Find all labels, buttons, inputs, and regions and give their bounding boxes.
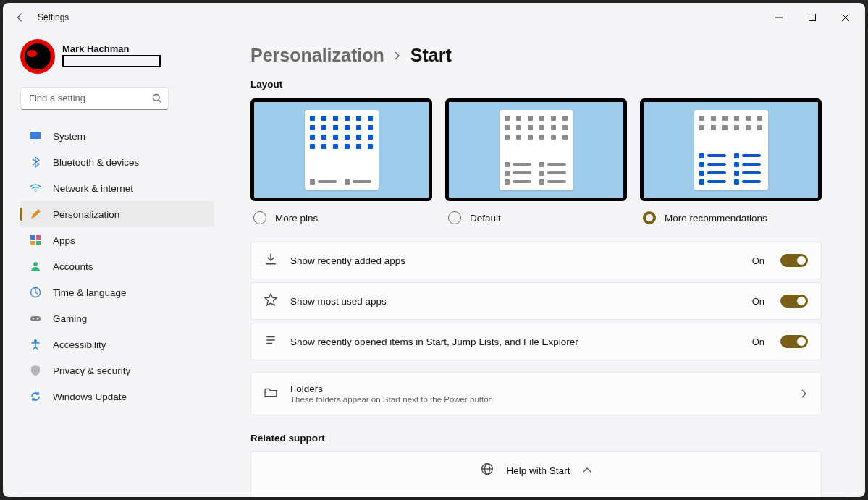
download-icon xyxy=(264,253,277,268)
setting-recently-added: Show recently added apps On xyxy=(250,242,822,279)
minimize-button[interactable] xyxy=(762,3,796,32)
sidebar-item-privacy[interactable]: Privacy & security xyxy=(20,357,214,384)
layout-preview xyxy=(445,98,627,201)
sidebar-item-label: Privacy & security xyxy=(53,365,130,376)
accessibility-icon xyxy=(29,338,42,351)
toggle-state: On xyxy=(752,255,764,266)
layout-options: More pins xyxy=(250,98,822,224)
layout-preview xyxy=(250,98,432,201)
close-button[interactable] xyxy=(829,3,862,32)
help-header[interactable]: Help with Start xyxy=(468,452,605,489)
sidebar-item-time[interactable]: Time & language xyxy=(20,279,214,305)
folders-subtext: These folders appear on Start next to th… xyxy=(290,395,786,404)
setting-recent-items: Show recently opened items in Start, Jum… xyxy=(250,323,822,360)
setting-label: Show recently added apps xyxy=(290,255,739,266)
breadcrumb: Personalization Start xyxy=(250,45,822,66)
radio-icon xyxy=(643,211,656,224)
svg-rect-13 xyxy=(30,316,41,321)
radio-more-recommendations[interactable]: More recommendations xyxy=(640,211,822,224)
layout-preview xyxy=(640,98,822,201)
related-support-label: Related support xyxy=(250,433,822,444)
apps-icon xyxy=(29,234,42,247)
svg-rect-1 xyxy=(809,14,816,21)
settings-list: Show recently added apps On Show most us… xyxy=(250,242,822,415)
sidebar-item-label: Windows Update xyxy=(53,391,127,402)
radio-label: Default xyxy=(470,213,501,224)
sidebar-item-label: Personalization xyxy=(53,209,119,220)
search-input[interactable] xyxy=(20,87,169,110)
maximize-button[interactable] xyxy=(796,3,829,32)
sidebar-item-label: Gaming xyxy=(53,313,87,324)
radio-label: More pins xyxy=(275,213,318,224)
setting-folders[interactable]: Folders These folders appear on Start ne… xyxy=(250,372,822,415)
sidebar-item-accessibility[interactable]: Accessibility xyxy=(20,331,214,357)
search-icon xyxy=(152,93,162,103)
list-icon xyxy=(264,334,277,349)
sidebar-item-gaming[interactable]: Gaming xyxy=(20,305,214,331)
breadcrumb-parent[interactable]: Personalization xyxy=(250,45,384,66)
svg-rect-9 xyxy=(30,241,35,245)
toggle-switch[interactable] xyxy=(780,335,808,348)
titlebar: Settings xyxy=(3,3,865,32)
toggle-switch[interactable] xyxy=(780,295,808,308)
sidebar-item-update[interactable]: Windows Update xyxy=(20,384,214,410)
content-area: Personalization Start Layout xyxy=(220,32,865,497)
globe-clock-icon xyxy=(29,286,42,299)
chevron-right-icon xyxy=(799,389,808,398)
sidebar: Mark Hachman System Bluetooth & devices xyxy=(3,32,220,497)
sidebar-item-label: Network & internet xyxy=(53,183,133,194)
sidebar-item-label: System xyxy=(53,131,85,142)
svg-point-2 xyxy=(153,94,159,101)
toggle-switch[interactable] xyxy=(780,254,808,267)
layout-option-more-pins[interactable]: More pins xyxy=(250,98,432,224)
avatar xyxy=(20,39,55,74)
chevron-right-icon xyxy=(393,51,402,60)
radio-icon xyxy=(253,211,266,224)
sidebar-item-bluetooth[interactable]: Bluetooth & devices xyxy=(20,149,214,175)
breadcrumb-current: Start xyxy=(410,45,452,66)
toggle-state: On xyxy=(752,296,764,307)
shield-icon xyxy=(29,364,42,377)
sidebar-item-accounts[interactable]: Accounts xyxy=(20,253,214,279)
profile-block[interactable]: Mark Hachman xyxy=(20,39,214,74)
radio-default[interactable]: Default xyxy=(445,211,627,224)
svg-point-11 xyxy=(33,262,38,266)
folder-icon xyxy=(264,386,277,402)
sidebar-item-apps[interactable]: Apps xyxy=(20,227,214,253)
radio-more-pins[interactable]: More pins xyxy=(250,211,432,224)
bluetooth-icon xyxy=(29,156,42,169)
sidebar-item-network[interactable]: Network & internet xyxy=(20,175,214,201)
wifi-icon xyxy=(29,182,42,195)
svg-rect-5 xyxy=(33,140,38,140)
sidebar-nav: System Bluetooth & devices Network & int… xyxy=(20,123,214,410)
layout-option-more-recommendations[interactable]: More recommendations xyxy=(640,98,822,224)
paintbrush-icon xyxy=(29,208,42,221)
profile-email-redacted xyxy=(62,55,161,67)
svg-point-6 xyxy=(35,191,36,192)
star-icon xyxy=(264,293,277,309)
layout-option-default[interactable]: Default xyxy=(445,98,627,224)
sidebar-item-personalization[interactable]: Personalization xyxy=(20,201,214,227)
help-card: Help with Start Changing Start menu colo… xyxy=(250,451,822,497)
close-icon xyxy=(842,14,849,21)
svg-rect-10 xyxy=(36,241,41,245)
layout-label: Layout xyxy=(250,79,822,90)
svg-point-16 xyxy=(34,339,37,342)
sidebar-item-label: Time & language xyxy=(53,287,127,298)
search-box[interactable] xyxy=(20,87,169,110)
radio-icon xyxy=(448,211,461,224)
minimize-icon xyxy=(775,14,783,21)
toggle-state: On xyxy=(752,336,764,347)
sidebar-item-label: Apps xyxy=(53,235,75,246)
chevron-up-icon xyxy=(583,466,591,475)
maximize-icon xyxy=(809,14,816,21)
folders-label: Folders xyxy=(290,384,786,394)
sidebar-item-label: Accounts xyxy=(53,261,93,272)
setting-most-used: Show most used apps On xyxy=(250,282,822,320)
sidebar-item-system[interactable]: System xyxy=(20,123,214,149)
sidebar-item-label: Bluetooth & devices xyxy=(53,157,139,168)
help-label: Help with Start xyxy=(507,465,570,476)
back-button[interactable] xyxy=(6,3,35,32)
gamepad-icon xyxy=(29,312,42,325)
sidebar-item-label: Accessibility xyxy=(53,339,106,350)
